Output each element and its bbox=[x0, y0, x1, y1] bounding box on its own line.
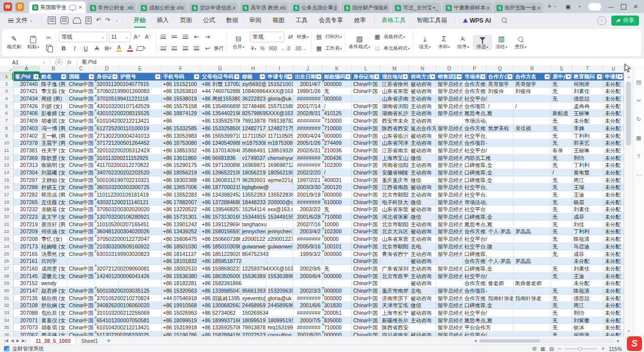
cell-J21[interactable]: 2002/7/16 bbox=[293, 221, 323, 228]
cell-U4[interactable]: 未分配 bbox=[603, 95, 624, 103]
tab-list-chevron-icon[interactable]: ⌄ bbox=[553, 4, 557, 8]
cell-K2[interactable]: 000000 bbox=[323, 80, 352, 88]
cell-N22[interactable]: 被动咨询 bbox=[409, 228, 436, 235]
cell-B9[interactable]: 王一帆 (男 bbox=[40, 132, 67, 140]
cell-C20[interactable]: China中国 bbox=[67, 213, 95, 221]
page-view-icon[interactable]: ▦ bbox=[540, 346, 545, 351]
cell-N2[interactable]: 被动咨询 bbox=[409, 80, 436, 88]
column-letter-A[interactable]: A bbox=[14, 65, 40, 73]
column-letter-I[interactable]: I bbox=[266, 65, 293, 73]
cell-F6[interactable]: +86 18874129 bbox=[162, 110, 200, 117]
cell-M9[interactable]: 山东省临沂 bbox=[380, 132, 409, 140]
cell-F32[interactable]: +86 19910568 bbox=[162, 302, 200, 309]
justify-icon[interactable] bbox=[192, 44, 201, 53]
row-number[interactable]: 24 bbox=[0, 243, 14, 250]
worksheet-button[interactable]: 工作表▾ bbox=[326, 45, 342, 52]
row-number[interactable]: 22 bbox=[0, 228, 14, 235]
cell-T9[interactable]: 丁利利 bbox=[572, 132, 603, 140]
cell-P21[interactable]: 雅思考点,雅 bbox=[463, 221, 514, 228]
cell-H10[interactable]: m18753080 bbox=[240, 139, 266, 147]
cell-U20[interactable]: 未分配 bbox=[603, 213, 624, 221]
cell-K13[interactable]: 102300 bbox=[323, 161, 352, 169]
cell-N9[interactable]: 被动咨询 bbox=[409, 132, 436, 140]
cell-O34[interactable]: 留学总经办 bbox=[436, 317, 463, 324]
cell-D10[interactable]: 371721200501264452 bbox=[95, 139, 162, 147]
cell-S32[interactable]: 无 bbox=[551, 302, 572, 309]
cell-N36[interactable]: 被动咨询 bbox=[409, 331, 436, 336]
cell-P36[interactable]: 社交平台/ bbox=[463, 331, 514, 336]
cell-L24[interactable]: China中国 bbox=[352, 243, 380, 250]
cell-L28[interactable]: China中国 bbox=[352, 273, 380, 280]
cell-D2[interactable]: 320311200104077915 bbox=[95, 80, 162, 88]
cell-N30[interactable]: 去电 bbox=[409, 287, 436, 295]
cell-S9[interactable]: 无 bbox=[551, 132, 572, 140]
docer-logo[interactable]: D bbox=[16, 3, 24, 11]
cell-D3[interactable]: 370502199901260083 bbox=[95, 87, 162, 95]
cell-F15[interactable]: +86 18302388 bbox=[162, 177, 200, 184]
cell-K19[interactable]: 无 bbox=[323, 206, 352, 213]
cell-D36[interactable]: 511302200208200025 bbox=[95, 331, 162, 336]
cell-I13[interactable]: 169698712 bbox=[266, 161, 293, 169]
file-tab[interactable]: S医护五险一金.xlsx bbox=[494, 3, 543, 13]
cell-K20[interactable]: 710000 bbox=[323, 213, 352, 221]
cell-O19[interactable]: 留学总经办 bbox=[436, 206, 463, 213]
file-tab[interactable]: S公务员国企事业单 bbox=[290, 3, 340, 13]
cell-U13[interactable]: 未分配 bbox=[603, 161, 624, 169]
cell-H17[interactable]: 135522836 bbox=[240, 191, 266, 199]
cell-I32[interactable]: 244589596 bbox=[266, 302, 293, 309]
cell-S31[interactable]: 无 bbox=[551, 295, 572, 302]
cell-N10[interactable]: 主动咨询 bbox=[409, 139, 436, 147]
cell-U19[interactable]: 未分配 bbox=[603, 206, 624, 213]
cell-L25[interactable]: China中国 bbox=[352, 250, 380, 258]
cell-M23[interactable]: 山东省东营 bbox=[380, 235, 409, 243]
cell-I18[interactable]: 200000@qq bbox=[266, 199, 293, 206]
format-painter-button[interactable]: ✎ 格式刷 bbox=[5, 35, 24, 50]
scroll-down-icon[interactable]: ▼ bbox=[624, 328, 633, 335]
cell-N19[interactable]: 被动咨询 bbox=[409, 206, 436, 213]
cell-N31[interactable]: 被动咨询 bbox=[409, 295, 436, 302]
cell-S14[interactable]: / bbox=[551, 169, 572, 177]
eraser-button[interactable]: ▾ bbox=[136, 44, 146, 53]
column-letter-K[interactable]: K bbox=[323, 65, 352, 73]
cell-D16[interactable]: 360103200303300725 bbox=[95, 184, 162, 191]
cell-B4[interactable]: 周煜 (男) bbox=[40, 95, 67, 103]
row-number[interactable]: 25 bbox=[0, 250, 14, 258]
cell-B17[interactable]: 韩浩远 (男 bbox=[40, 191, 67, 199]
cell-U35[interactable]: 未分配 bbox=[603, 324, 624, 331]
cell-K22[interactable]: 102300 bbox=[323, 228, 352, 235]
cell-O25[interactable]: 留学总经办 bbox=[436, 250, 463, 258]
cell-D26[interactable] bbox=[95, 257, 119, 265]
cell-B8[interactable]: 冯一博 (男 bbox=[40, 125, 67, 132]
cell-B16[interactable]: 舒妍玉 (女 bbox=[40, 184, 67, 191]
cell-Q5[interactable]: / bbox=[487, 103, 514, 110]
cell-K28[interactable]: 000000 bbox=[323, 273, 352, 280]
cell-D8[interactable]: 612725200110100019 bbox=[95, 125, 162, 132]
column-letter-C[interactable]: C bbox=[67, 65, 95, 73]
cell-O10[interactable]: 留学总经办 bbox=[436, 139, 463, 147]
strikethrough-button[interactable]: A bbox=[92, 44, 102, 53]
cell-O20[interactable]: 留学总经办 bbox=[436, 213, 463, 221]
cell-N7[interactable]: 主动咨询 bbox=[409, 117, 436, 125]
cell-J18[interactable]: ######## bbox=[293, 199, 323, 206]
cell-C7[interactable]: China中国 bbox=[67, 117, 95, 125]
cell-O35[interactable]: 留学总经办 bbox=[436, 324, 463, 331]
cell-J3[interactable]: 1999/1/26 bbox=[293, 87, 323, 95]
print-icon[interactable] bbox=[73, 19, 81, 24]
cell-F22[interactable]: +86 13439252 bbox=[162, 228, 200, 235]
column-letter-F[interactable]: F bbox=[162, 65, 200, 73]
cell-O9[interactable]: 留学总经办 bbox=[436, 132, 463, 140]
file-tab[interactable]: S宁夏教师样本.xlsx bbox=[443, 3, 492, 13]
cell-H8[interactable]: 124827175 bbox=[240, 125, 266, 132]
select-all-corner[interactable] bbox=[0, 65, 14, 73]
cell-J6[interactable]: 2002/8/31 bbox=[293, 110, 323, 117]
cell-G5[interactable]: +86 1354866895 bbox=[200, 103, 240, 110]
cell-G26[interactable]: +86 1859518772 bbox=[200, 257, 266, 265]
cell-E29[interactable] bbox=[119, 280, 162, 287]
cell-H15[interactable]: 962835011 bbox=[240, 177, 266, 184]
header-cell-I1[interactable]: 申请专用 bbox=[266, 73, 293, 80]
formula-value[interactable]: 客户id bbox=[77, 59, 97, 66]
cell-H3[interactable]: 108409964XXX@163. bbox=[240, 87, 293, 95]
row-number[interactable]: 30 bbox=[0, 287, 14, 295]
cell-D9[interactable]: 271302200004241013 bbox=[95, 132, 162, 140]
cell-D25[interactable]: 630103199903020823 bbox=[95, 250, 162, 258]
